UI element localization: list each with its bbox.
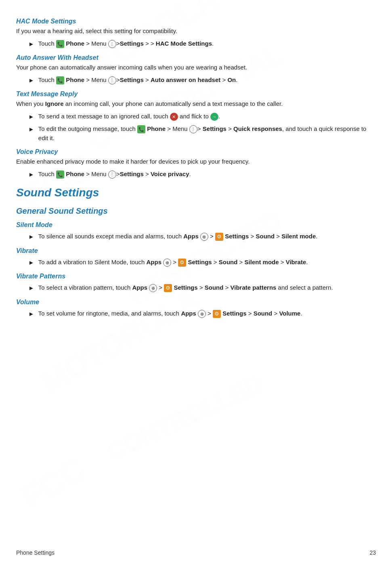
settings-icon: ⚙ bbox=[215, 233, 223, 241]
settings-icon: ⚙ bbox=[213, 310, 221, 318]
hac-mode-description: If you wear a hearing aid, select this s… bbox=[16, 27, 376, 36]
bullet-arrow: ► bbox=[28, 40, 34, 49]
text-message-reply-title: Text Message Reply bbox=[16, 90, 376, 98]
volume-title: Volume bbox=[16, 299, 376, 306]
voice-privacy-title: Voice Privacy bbox=[16, 148, 376, 156]
phone-icon: 📞 bbox=[56, 76, 64, 84]
volume-bullet-content: To set volume for ringtone, media, and a… bbox=[38, 309, 302, 318]
text-message-bullet-content-1: To send a text message to an ignored cal… bbox=[38, 112, 220, 121]
bullet-arrow: ► bbox=[28, 232, 34, 242]
auto-answer-bullet-content: Touch 📞 Phone > Menu ⋮>Settings > Auto a… bbox=[38, 76, 238, 85]
vibrate-patterns-bullet-1: ► To select a vibration pattern, touch A… bbox=[28, 283, 376, 293]
vibrate-bullet-1: ► To add a vibration to Silent Mode, tou… bbox=[28, 258, 376, 267]
vibrate-patterns-bullet-content: To select a vibration pattern, touch App… bbox=[38, 283, 333, 293]
text-message-bullet-1: ► To send a text message to an ignored c… bbox=[28, 112, 376, 122]
silent-mode-bullet-content: To silence all sounds except media and a… bbox=[38, 232, 318, 241]
menu-icon: ⋮ bbox=[108, 40, 116, 48]
auto-answer-bullet-1: ► Touch 📞 Phone > Menu ⋮>Settings > Auto… bbox=[28, 76, 376, 85]
text-message-reply-description: When you Ignore an incoming call, your p… bbox=[16, 99, 376, 109]
hac-mode-bullet-content: Touch 📞 Phone > Menu ⋮>Settings > > HAC … bbox=[38, 39, 214, 48]
silent-mode-bullet-1: ► To silence all sounds except media and… bbox=[28, 232, 376, 242]
voice-privacy-bullet-content: Touch 📞 Phone > Menu ⋮>Settings > Voice … bbox=[38, 170, 191, 179]
auto-answer-description: Your phone can automatically answer inco… bbox=[16, 63, 376, 72]
bullet-arrow: ► bbox=[28, 309, 34, 319]
bullet-arrow: ► bbox=[28, 125, 34, 134]
text-message-bullet-2: ► To edit the outgoing message, touch 📞 … bbox=[28, 124, 376, 143]
phone-icon: 📞 bbox=[137, 125, 145, 133]
general-sound-settings-title: General Sound Settings bbox=[16, 206, 376, 216]
vibrate-title: Vibrate bbox=[16, 247, 376, 255]
voice-privacy-bullet-1: ► Touch 📞 Phone > Menu ⋮>Settings > Voic… bbox=[28, 170, 376, 179]
apps-icon: ⊕ bbox=[149, 284, 157, 292]
footer: Phone Settings 23 bbox=[16, 549, 376, 556]
vibrate-bullet-content: To add a vibration to Silent Mode, touch… bbox=[38, 258, 308, 267]
apps-icon: ⊕ bbox=[163, 259, 171, 267]
phone-icon: 📞 bbox=[56, 170, 64, 179]
bullet-arrow: ► bbox=[28, 284, 34, 293]
circle-green-icon: → bbox=[210, 113, 218, 121]
apps-icon: ⊕ bbox=[198, 310, 206, 318]
bullet-arrow: ► bbox=[28, 170, 34, 179]
text-message-bullet-content-2: To edit the outgoing message, touch 📞 Ph… bbox=[38, 124, 376, 143]
settings-icon: ⚙ bbox=[164, 284, 172, 292]
hac-mode-bullet-1: ► Touch 📞 Phone > Menu ⋮>Settings > > HA… bbox=[28, 39, 376, 49]
vibrate-patterns-title: Vibrate Patterns bbox=[16, 273, 376, 280]
phone-icon: 📞 bbox=[56, 40, 64, 48]
footer-label: Phone Settings bbox=[16, 549, 55, 556]
menu-icon: ⋮ bbox=[108, 76, 116, 84]
sound-settings-title: Sound Settings bbox=[16, 186, 376, 199]
volume-bullet-1: ► To set volume for ringtone, media, and… bbox=[28, 309, 376, 319]
menu-icon: ⋮ bbox=[189, 125, 197, 133]
bullet-arrow: ► bbox=[28, 112, 34, 122]
bullet-arrow: ► bbox=[28, 258, 34, 267]
silent-mode-title: Silent Mode bbox=[16, 221, 376, 229]
apps-icon: ⊕ bbox=[200, 233, 208, 241]
menu-icon: ⋮ bbox=[108, 170, 116, 179]
circle-red-icon: ✕ bbox=[170, 113, 178, 121]
settings-icon: ⚙ bbox=[178, 259, 186, 267]
footer-page-number: 23 bbox=[369, 549, 376, 556]
bullet-arrow: ► bbox=[28, 76, 34, 85]
auto-answer-title: Auto Answer With Headset bbox=[16, 54, 376, 61]
voice-privacy-description: Enable enhanced privacy mode to make it … bbox=[16, 157, 376, 166]
hac-mode-title: HAC Mode Settings bbox=[16, 18, 376, 25]
